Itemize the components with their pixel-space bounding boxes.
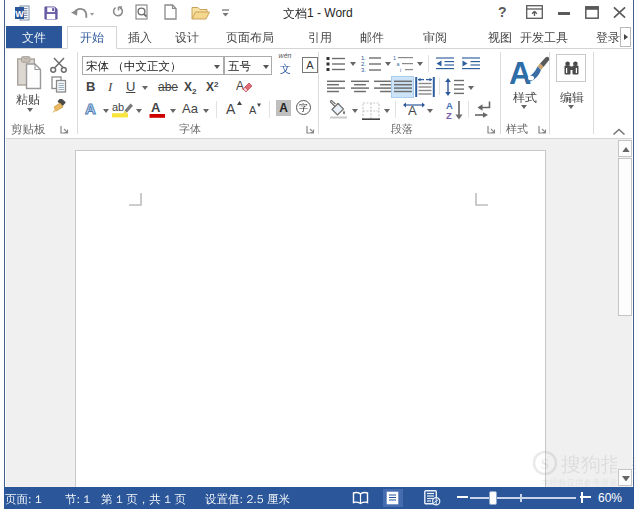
svg-text:W: W [15, 9, 24, 19]
svg-text:A: A [236, 79, 244, 93]
svg-text:S: S [541, 456, 549, 472]
svg-text:3.: 3. [361, 67, 366, 73]
svg-text:i: i [400, 67, 401, 73]
svg-text:A: A [226, 101, 236, 117]
svg-text:A: A [151, 100, 161, 115]
svg-text:A: A [510, 56, 531, 91]
svg-text:A: A [85, 100, 96, 117]
svg-text:Z: Z [446, 110, 452, 120]
svg-text:ab: ab [112, 101, 124, 113]
svg-text:A: A [249, 104, 257, 116]
